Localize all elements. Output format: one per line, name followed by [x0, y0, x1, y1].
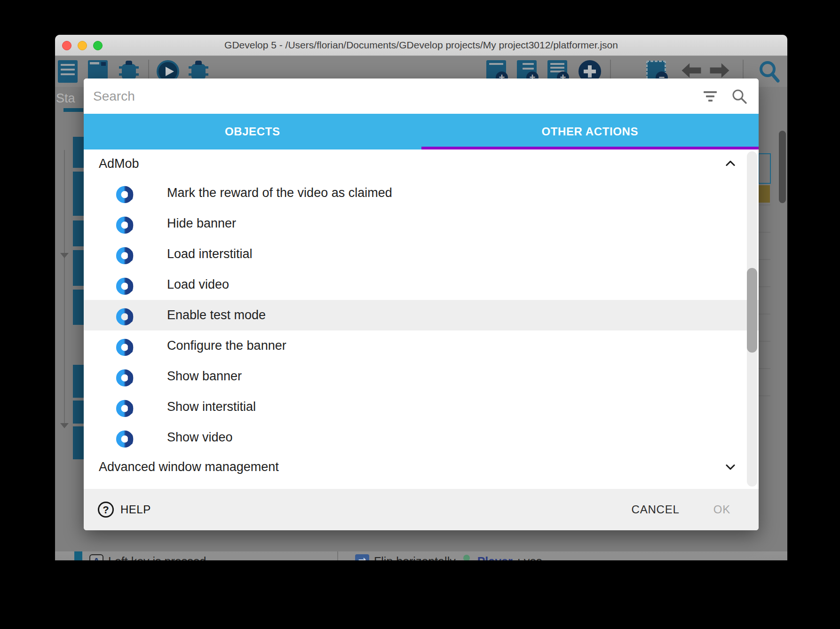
choose-action-dialog: OBJECTSOTHER ACTIONS AdMob Mark the rewa… — [84, 79, 759, 530]
zoom-window-button[interactable] — [93, 41, 103, 50]
scene-tab-label: Sta — [56, 91, 84, 106]
action-list-item[interactable]: Show interstitial — [84, 392, 759, 422]
admob-icon — [115, 335, 137, 357]
row-divider — [758, 368, 770, 369]
admob-icon — [115, 274, 137, 296]
event-block — [73, 290, 84, 325]
app-scrollbar-thumb — [779, 131, 786, 203]
collapse-arrow-icon — [60, 253, 69, 258]
action-list-item[interactable]: Mark the reward of the video as claimed — [84, 178, 759, 208]
row-divider — [758, 314, 770, 314]
close-window-button[interactable] — [62, 41, 71, 50]
help-button[interactable]: ? HELP — [98, 502, 151, 518]
action-list-item[interactable]: Hide banner — [84, 208, 759, 239]
event-block-comment — [758, 185, 770, 203]
action-object-name: Player — [477, 555, 513, 561]
action-list-item[interactable]: Load interstitial — [84, 239, 759, 269]
admob-icon — [115, 396, 137, 418]
row-divider — [758, 395, 770, 396]
search-bar — [84, 79, 759, 114]
chevron-down-icon[interactable] — [724, 460, 737, 473]
action-row: ⇄ Flip horizontally Player : yes — [355, 553, 542, 560]
admob-icon — [115, 427, 137, 448]
action-list: AdMob Mark the reward of the video as cl… — [84, 149, 759, 489]
flip-horizontally-icon: ⇄ — [355, 554, 369, 560]
row-divider — [758, 259, 770, 260]
conditions-actions-divider — [337, 551, 338, 560]
ok-button[interactable]: OK — [713, 503, 730, 516]
action-list-item[interactable]: Show banner — [84, 361, 759, 392]
event-block — [73, 250, 84, 286]
search-icon[interactable] — [731, 88, 747, 104]
traffic-lights — [62, 35, 103, 56]
row-divider — [758, 204, 770, 205]
help-icon: ? — [98, 502, 114, 518]
app-window: GDevelop 5 - /Users/florian/Documents/GD… — [55, 35, 787, 560]
scene-tab-indicator — [63, 108, 83, 112]
row-divider — [758, 232, 770, 233]
search-input[interactable] — [93, 89, 703, 104]
row-divider — [758, 341, 770, 342]
action-list-item[interactable]: Configure the banner — [84, 330, 759, 361]
extension-group-header[interactable]: AdMob — [84, 149, 759, 178]
condition-row: A Left key is pressed — [89, 553, 206, 560]
admob-icon — [115, 366, 137, 387]
extension-group-header[interactable]: Advanced window management — [84, 453, 759, 481]
action-list-item[interactable]: Enable test mode — [84, 300, 759, 330]
dialog-tabs: OBJECTSOTHER ACTIONS — [84, 114, 759, 149]
cancel-button[interactable]: CANCEL — [632, 503, 680, 516]
event-tree-line — [64, 150, 65, 427]
tab-objects[interactable]: OBJECTS — [84, 114, 421, 149]
event-block — [73, 365, 84, 398]
tab-other-actions[interactable]: OTHER ACTIONS — [421, 114, 759, 149]
event-block — [73, 220, 84, 246]
admob-icon — [115, 244, 137, 265]
admob-icon — [115, 305, 137, 326]
screen: GDevelop 5 - /Users/florian/Documents/GD… — [0, 0, 840, 629]
event-block-outline — [758, 153, 771, 184]
minimize-window-button[interactable] — [78, 41, 87, 50]
admob-icon — [115, 213, 137, 235]
filter-icon[interactable] — [703, 91, 717, 102]
action-text: Flip horizontally — [374, 555, 456, 561]
chevron-up-icon[interactable] — [724, 157, 737, 170]
event-sheet-rows: A Left key is pressed Add condition ⇄ Fl… — [55, 551, 787, 560]
event-block — [73, 172, 84, 216]
action-list-item[interactable]: Load video — [84, 269, 759, 300]
keyboard-key-icon: A — [89, 554, 103, 560]
player-object-icon — [460, 554, 473, 560]
titlebar: GDevelop 5 - /Users/florian/Documents/GD… — [55, 35, 787, 56]
collapse-arrow-icon — [60, 423, 69, 428]
condition-text: Left key is pressed — [108, 555, 206, 561]
search-events-icon — [757, 59, 781, 84]
window-title: GDevelop 5 - /Users/florian/Documents/GD… — [55, 39, 787, 51]
dialog-scrollbar-thumb[interactable] — [747, 268, 757, 353]
event-block — [73, 426, 84, 459]
project-manager-icon — [56, 59, 79, 84]
dialog-footer: ? HELP CANCEL OK — [84, 489, 759, 530]
event-block — [73, 137, 84, 168]
admob-icon — [115, 182, 137, 204]
action-value: : yes — [517, 555, 542, 561]
row-divider — [758, 286, 770, 287]
dialog-scrollbar-track[interactable] — [747, 151, 757, 487]
action-list-item[interactable]: Show video — [84, 422, 759, 453]
event-block — [73, 401, 84, 424]
event-selection-bar — [74, 551, 82, 560]
